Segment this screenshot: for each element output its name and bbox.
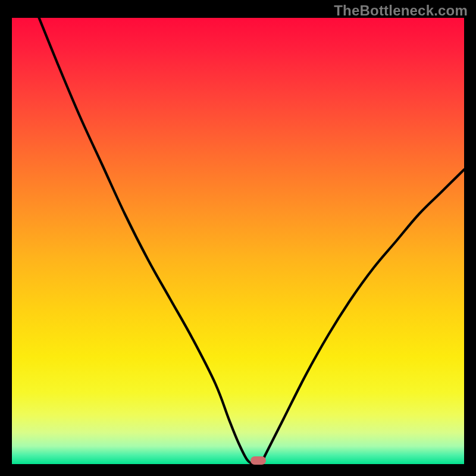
bottleneck-curve: [12, 18, 464, 464]
watermark-text: TheBottleneck.com: [334, 2, 468, 19]
optimal-marker: [250, 456, 266, 465]
chart-frame: TheBottleneck.com: [0, 0, 476, 476]
plot-area: [12, 18, 464, 464]
